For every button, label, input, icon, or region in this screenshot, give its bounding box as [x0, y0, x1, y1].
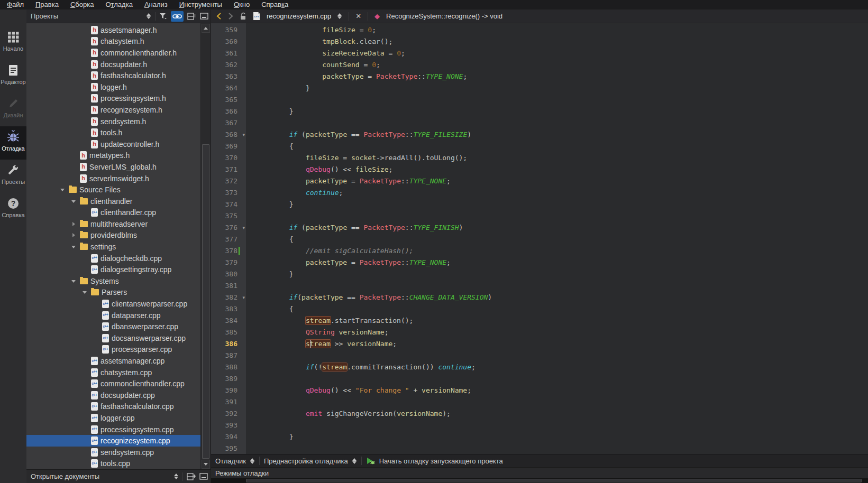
split-icon[interactable] [187, 473, 196, 480]
code-line-text[interactable]: emit sigChangeVersion(versionName); [246, 408, 868, 420]
tree-expand-icon[interactable] [71, 221, 77, 227]
tree-item[interactable]: hcommonclienthandler.h [26, 47, 200, 59]
debugger-preset-combo-label[interactable]: Преднастройка отладчика [264, 457, 348, 465]
code-line-text[interactable]: } [246, 82, 868, 94]
tree-item[interactable]: clienthandler [26, 196, 200, 207]
code-line-text[interactable] [246, 94, 868, 106]
start-debugging-label[interactable]: Начать отладку запускающего проекта [379, 457, 503, 465]
tree-item[interactable]: c++recognizesystem.cpp [26, 435, 200, 447]
tree-item[interactable]: htools.h [26, 127, 200, 138]
code-line-text[interactable]: } [246, 431, 868, 443]
tree-item[interactable]: hsendsystem.h [26, 116, 200, 127]
collapse-panel-icon[interactable] [199, 473, 208, 480]
debugger-combo-label[interactable]: Отладчик [215, 457, 246, 465]
code-line-text[interactable]: if(packetType == PacketType::CHANGE_DATA… [246, 292, 868, 303]
tree-item[interactable]: hfasthashcalculator.h [26, 70, 200, 81]
code-line-text[interactable]: sizeReceiveData = 0; [246, 48, 868, 59]
forward-icon[interactable] [228, 12, 233, 20]
code-line-text[interactable]: stream.startTransaction(); [246, 315, 868, 327]
code-line-text[interactable]: tmpBlock.clear(); [246, 36, 868, 48]
back-icon[interactable] [216, 12, 222, 20]
tree-item[interactable]: c++assetsmanager.cpp [26, 355, 200, 367]
tree-item[interactable]: hlogger.h [26, 81, 200, 93]
panel-selector-updown-icon[interactable] [147, 13, 151, 20]
tree-item[interactable]: Parsers [26, 287, 200, 299]
tree-item[interactable]: c++commonclienthandler.cpp [26, 378, 200, 389]
code-line-text[interactable]: packetType = PacketType::TYPE_NONE; [246, 257, 868, 268]
tree-item[interactable]: hprocessingsystem.h [26, 93, 200, 105]
tree-item[interactable]: hServerLMS_global.h [26, 161, 200, 173]
tree-item[interactable]: Source Files [26, 184, 200, 196]
start-debugging-icon[interactable] [366, 457, 375, 465]
hscrollbar-thumb[interactable] [246, 479, 862, 482]
mode-item-design-pencil[interactable]: Дизайн [0, 93, 26, 126]
code-line-text[interactable]: { [246, 303, 868, 315]
tree-expand-icon[interactable] [82, 289, 88, 295]
scroll-up-icon[interactable] [202, 24, 210, 33]
code-line-text[interactable] [246, 373, 868, 385]
split-icon[interactable] [187, 13, 196, 20]
code-line-text[interactable]: fileSize = socket->readAll().toULong(); [246, 152, 868, 164]
mode-item-editor-doc[interactable]: Редактор [0, 60, 26, 93]
open-docs-selector-updown-icon[interactable] [174, 473, 179, 480]
tree-item[interactable]: hupdatecontroller.h [26, 138, 200, 150]
code-line-text[interactable]: qDebug() << fileSize; [246, 164, 868, 175]
menu-item-Анализ[interactable]: Анализ [139, 0, 173, 10]
debugger-combo-updown-icon[interactable] [250, 458, 255, 465]
code-line-text[interactable] [246, 420, 868, 431]
tree-item[interactable]: c++fasthashcalculator.cpp [26, 401, 200, 413]
menu-item-Инструменты[interactable]: Инструменты [173, 0, 228, 10]
code-line-text[interactable]: //emit sigCalculateHash(); [246, 245, 868, 257]
tree-item[interactable]: hassetsmanager.h [26, 24, 200, 36]
tree-item[interactable]: hserverlmswidget.h [26, 173, 200, 184]
tree-item[interactable]: c++logger.cpp [26, 412, 200, 424]
tree-item[interactable]: c++tools.cpp [26, 458, 200, 469]
tree-item[interactable]: providerdblms [26, 230, 200, 242]
tree-expand-icon[interactable] [71, 278, 77, 284]
mode-item-home-grid[interactable]: Начало [0, 26, 26, 60]
tree-item[interactable]: c++chatsystem.cpp [26, 367, 200, 378]
close-document-icon[interactable]: ✕ [355, 12, 361, 20]
tree-item[interactable]: c++clientanswerparser.cpp [26, 298, 200, 310]
tree-item[interactable]: c++dbanswerparser.cpp [26, 321, 200, 332]
tree-item[interactable]: c++dataparser.cpp [26, 310, 200, 321]
code-line-text[interactable] [246, 210, 868, 222]
code-line-text[interactable]: } [246, 268, 868, 280]
code-line-text[interactable]: QString versionName; [246, 327, 868, 338]
code-line-text[interactable] [246, 443, 868, 454]
code-line-text[interactable]: } [246, 106, 868, 117]
fold-arrow-icon[interactable]: ▾ [242, 222, 245, 234]
fold-arrow-icon[interactable]: ▾ [242, 292, 245, 303]
code-line-text[interactable] [246, 117, 868, 129]
code-line-text[interactable] [246, 396, 868, 408]
tree-expand-icon[interactable] [60, 187, 66, 193]
fold-arrow-icon[interactable]: ▾ [242, 129, 245, 141]
code-line-text[interactable] [246, 280, 868, 292]
tree-item[interactable]: hdocsupdater.h [26, 59, 200, 70]
tree-expand-icon[interactable] [71, 198, 77, 205]
tree-item[interactable]: multithreadserver [26, 218, 200, 230]
tree-item[interactable]: c++processparser.cpp [26, 344, 200, 356]
tree-scrollbar[interactable] [200, 23, 211, 469]
code-line-text[interactable]: { [246, 141, 868, 152]
code-line-text[interactable]: packetType = PacketType::TYPE_NONE; [246, 71, 868, 82]
current-symbol[interactable]: RecognizeSystem::recognize() -> void [386, 12, 502, 20]
menu-item-Справка[interactable]: Справка [255, 0, 294, 10]
open-file-name[interactable]: recognizesystem.cpp [267, 12, 331, 20]
tree-item[interactable]: hchatsystem.h [26, 36, 200, 48]
tree-expand-icon[interactable] [71, 244, 77, 250]
collapse-panel-icon[interactable] [200, 13, 208, 20]
code-line-text[interactable]: qDebug() << "For change " + versionName; [246, 385, 868, 396]
debugger-preset-updown-icon[interactable] [352, 458, 357, 465]
filter-icon[interactable] [159, 12, 167, 20]
code-line-text[interactable]: fileSize = 0; [246, 24, 868, 36]
tree-expand-icon[interactable] [71, 232, 77, 238]
tree-item[interactable]: c++docsupdater.cpp [26, 389, 200, 401]
scrollbar-thumb[interactable] [202, 144, 209, 459]
menu-item-Отладка[interactable]: Отладка [99, 0, 138, 10]
code-line-text[interactable]: } [246, 199, 868, 210]
tree-item[interactable]: hrecognizesystem.h [26, 104, 200, 116]
tree-item[interactable]: c++clienthandler.cpp [26, 207, 200, 219]
tree-item[interactable]: Systems [26, 275, 200, 287]
tree-item[interactable]: hmetatypes.h [26, 150, 200, 162]
